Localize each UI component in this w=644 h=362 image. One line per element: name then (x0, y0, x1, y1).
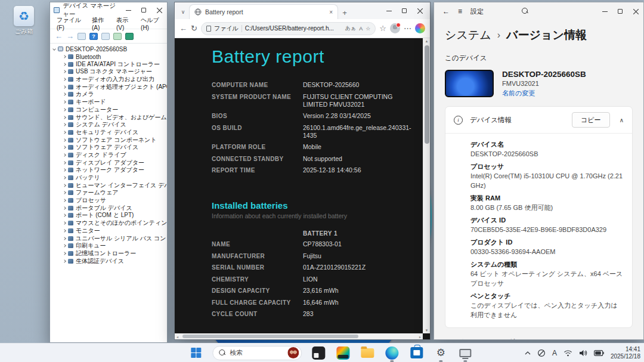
scan-hardware-icon[interactable] (113, 33, 122, 40)
volume-icon[interactable] (579, 349, 587, 357)
device-manager-button[interactable] (457, 345, 473, 361)
file-explorer-button[interactable] (360, 345, 375, 361)
back-icon[interactable]: ← (442, 7, 450, 16)
desktop-icon[interactable]: ♻ ↗ ごみ箱 (1, 6, 47, 35)
device-tree-item[interactable]: ユニバーサル シリアル バス コントローラー (50, 234, 167, 242)
device-tree-item[interactable]: 生体認証デバイス (50, 257, 167, 265)
taskbar-clock[interactable]: 14:41 2025/12/18 (611, 346, 640, 360)
device-tree-item[interactable]: プロセッサ (50, 197, 167, 205)
expand-chevron-icon[interactable] (63, 116, 66, 119)
favorites-bar-icon[interactable]: ☆ (379, 24, 386, 32)
browser-tab[interactable]: Battery report × (189, 4, 338, 19)
scroll-left-icon[interactable]: ◂ (175, 335, 180, 339)
device-tree-item[interactable]: サウンド、ビデオ、およびゲーム コントローラー (50, 113, 167, 121)
devices-icon[interactable] (125, 33, 134, 40)
device-tree-item[interactable]: モニター (50, 227, 167, 235)
refresh-icon[interactable]: ↻ (191, 24, 197, 32)
battery-icon[interactable] (594, 350, 604, 356)
expand-chevron-icon[interactable] (63, 146, 66, 149)
device-tree-item[interactable]: IDE ATA/ATAPI コントローラー (50, 60, 167, 68)
expand-chevron-icon[interactable] (63, 153, 66, 157)
expand-chevron-icon[interactable] (63, 108, 66, 112)
favorite-star-icon[interactable]: ☆ (366, 26, 370, 32)
horizontal-scrollbar[interactable]: ◂ ▸ (175, 333, 423, 339)
device-tree-item[interactable]: ネットワーク アダプター (50, 166, 167, 174)
microsoft-365-button[interactable] (335, 345, 351, 361)
device-tree-item[interactable]: ファームウェア (50, 189, 167, 197)
expand-chevron-icon[interactable] (63, 100, 66, 104)
expand-chevron-icon[interactable] (63, 161, 66, 165)
forward-icon[interactable]: → (66, 32, 74, 40)
expand-chevron-icon[interactable] (63, 93, 66, 97)
horizontal-scrollbar-thumb[interactable] (182, 335, 358, 338)
expand-chevron-icon[interactable] (63, 244, 66, 247)
expand-chevron-icon[interactable] (63, 191, 66, 195)
navigation-menu-icon[interactable]: ≡ (458, 7, 462, 16)
device-tree-item[interactable]: ヒューマン インターフェイス デバイス (50, 181, 167, 189)
wifi-icon[interactable] (564, 349, 572, 357)
maximize-button[interactable] (397, 2, 412, 19)
desktop-icon[interactable]: ↗ Microsoft Edge (1, 46, 47, 362)
settings-button[interactable]: ⚙ (433, 345, 448, 361)
hidden-icons-chevron[interactable] (525, 351, 531, 355)
device-tree-root[interactable]: DESKTOP-2025660SB (50, 45, 167, 53)
expand-chevron-icon[interactable] (63, 138, 66, 142)
address-bar[interactable]: ファイル C:/Users/USER/battery-report.h... あ… (201, 22, 376, 35)
new-tab-button[interactable]: + (338, 6, 351, 19)
breadcrumb-system[interactable]: システム (445, 27, 491, 43)
expand-chevron-icon[interactable] (63, 169, 66, 172)
help-icon[interactable]: ? (89, 33, 98, 40)
expand-chevron-icon[interactable] (63, 78, 66, 81)
expand-chevron-icon[interactable] (63, 131, 66, 134)
tab-search-chevron-icon[interactable]: ∨ (177, 5, 189, 19)
device-tree-item[interactable]: ポータブル デバイス (50, 204, 167, 212)
settings-titlebar[interactable]: ← ≡ 設定 (434, 2, 643, 20)
profile-avatar[interactable] (390, 23, 400, 33)
expand-chevron-icon[interactable] (63, 70, 66, 74)
device-tree-item[interactable]: 記憶域コントローラー (50, 250, 167, 258)
device-tree-item[interactable]: USB コネクタ マネージャー (50, 68, 167, 76)
rename-device-link[interactable]: 名前の変更 (502, 89, 586, 98)
device-tree-item[interactable]: ソフトウェア デバイス (50, 144, 167, 151)
scroll-up-icon[interactable]: ▲ (423, 38, 430, 44)
collapse-chevron-icon[interactable]: ∧ (620, 117, 624, 123)
mic-muted-icon[interactable] (537, 349, 546, 357)
vertical-scrollbar-thumb[interactable] (425, 45, 429, 144)
edge-button[interactable] (384, 345, 400, 361)
device-tree-item[interactable]: バッテリ (50, 174, 167, 182)
expand-chevron-icon[interactable] (63, 199, 66, 202)
search-highlight-icon[interactable] (287, 347, 299, 358)
taskbar-search[interactable]: 検索 (212, 346, 302, 360)
expand-chevron-icon[interactable] (63, 176, 66, 180)
expand-chevron-icon[interactable] (63, 85, 66, 89)
expand-chevron-icon[interactable] (63, 184, 66, 187)
copilot-icon[interactable] (415, 23, 425, 33)
back-icon[interactable]: ← (55, 32, 63, 40)
minimize-button[interactable] (381, 2, 397, 19)
expand-chevron-icon[interactable] (63, 221, 66, 225)
properties-icon[interactable] (101, 33, 110, 40)
ime-indicator[interactable]: A (552, 349, 557, 357)
microsoft-store-button[interactable] (408, 345, 424, 361)
expand-chevron-icon[interactable] (63, 229, 66, 233)
expand-chevron-icon[interactable] (63, 55, 66, 58)
maximize-button[interactable] (612, 2, 628, 20)
vertical-scrollbar[interactable]: ▲ ▼ (423, 38, 430, 333)
expand-chevron-icon[interactable] (63, 259, 66, 263)
expand-chevron-icon[interactable] (63, 206, 66, 210)
back-icon[interactable]: ← (179, 24, 187, 32)
close-button[interactable] (412, 2, 428, 19)
device-tree-item[interactable]: ソフトウェア コンポーネント (50, 136, 167, 144)
device-tree-item[interactable]: 印刷キュー (50, 242, 167, 250)
search-icon[interactable] (522, 8, 529, 15)
collapse-chevron-icon[interactable] (52, 48, 56, 51)
show-console-tree-icon[interactable] (78, 33, 86, 40)
device-tree-item[interactable]: ポート (COM と LPT) (50, 212, 167, 219)
expand-chevron-icon[interactable] (63, 63, 66, 66)
tab-close-icon[interactable]: × (329, 9, 333, 16)
more-menu-icon[interactable]: ⋯ (404, 24, 411, 32)
close-button[interactable] (628, 2, 643, 20)
device-tree-item[interactable]: ディスプレイ アダプター (50, 159, 167, 166)
pinned-dark-app-button[interactable] (311, 345, 326, 361)
expand-chevron-icon[interactable] (63, 214, 66, 218)
